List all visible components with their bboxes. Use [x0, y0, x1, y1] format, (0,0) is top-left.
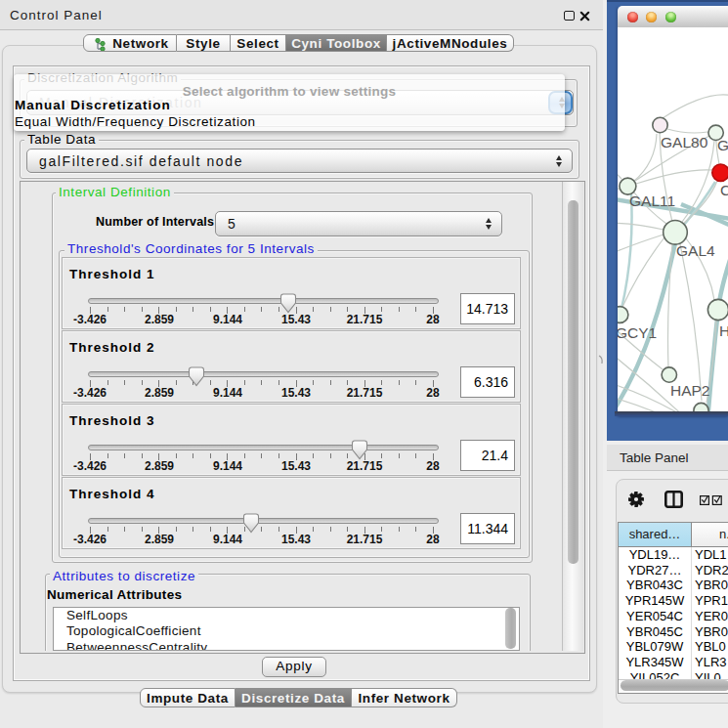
svg-text:GA: GA — [717, 137, 728, 153]
svg-text:C: C — [720, 182, 728, 198]
svg-text:GCY1: GCY1 — [618, 324, 657, 341]
svg-text:GAL11: GAL11 — [629, 193, 675, 209]
svg-text:H: H — [719, 322, 728, 339]
svg-text:HAP2: HAP2 — [670, 382, 710, 399]
svg-text:GAL80: GAL80 — [661, 134, 708, 150]
svg-text:GAL4: GAL4 — [676, 242, 715, 259]
